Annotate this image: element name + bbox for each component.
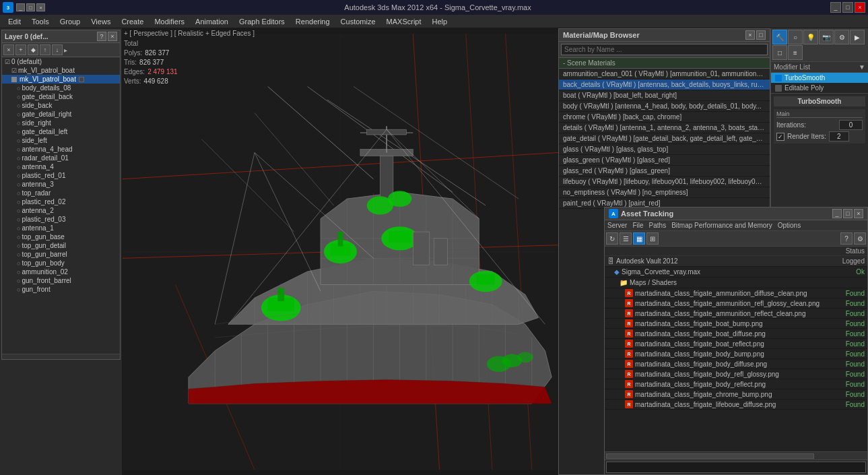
at-file-row[interactable]: R martadinata_class_frigate_boat_diffuse… xyxy=(605,329,867,339)
list-item[interactable]: ○gate_detail_back xyxy=(2,92,120,101)
at-filter-input[interactable] xyxy=(606,462,866,473)
mat-browser-close-btn[interactable]: × xyxy=(745,30,755,40)
menu-edit[interactable]: Edit xyxy=(3,16,26,27)
list-item[interactable]: ○side_left xyxy=(2,136,120,145)
mod-icon-camera[interactable]: 📷 xyxy=(819,30,834,44)
list-item[interactable]: ○plastic_red_01 xyxy=(2,171,120,180)
list-item[interactable]: ○antenna_3 xyxy=(2,180,120,189)
layer-tool-select[interactable]: ◆ xyxy=(28,44,38,55)
at-file-row[interactable]: R martadinata_class_frigate_body_bump.pn… xyxy=(605,349,867,359)
restore-sys-btn[interactable]: □ xyxy=(26,3,35,11)
at-file-row[interactable]: R martadinata_class_frigate_boat_bump.pn… xyxy=(605,319,867,329)
at-file-row[interactable]: R martadinata_class_frigate_ammunition_d… xyxy=(605,288,867,298)
mat-browser-maximize-btn[interactable]: □ xyxy=(756,30,766,40)
window-system-buttons[interactable]: _ □ × xyxy=(16,3,45,11)
mod-icon-hierarchy[interactable]: ⚙ xyxy=(834,30,849,44)
list-item[interactable]: ○top_gun_detail xyxy=(2,241,120,250)
list-item[interactable]: ○plastic_red_03 xyxy=(2,215,120,224)
at-file-row[interactable]: R martadinata_class_frigate_body_diffuse… xyxy=(605,359,867,369)
layer-list[interactable]: ☑ 0 (default) ☑ mk_VI_patrol_boat mk_VI_… xyxy=(2,57,120,354)
at-tool-tree[interactable]: ⊞ xyxy=(646,232,659,245)
layer-tool-more[interactable]: ▸ xyxy=(64,46,67,54)
mat-item[interactable]: gate_detail ( VRayMtl ) [gate_detail_bac… xyxy=(559,133,770,144)
mod-icon-light[interactable]: 💡 xyxy=(803,30,818,44)
layer-help-btn[interactable]: ? xyxy=(97,32,106,41)
list-item[interactable]: ○antenna_2 xyxy=(2,206,120,215)
list-item[interactable]: ○body_details_08 xyxy=(2,84,120,92)
at-menu-bitmap[interactable]: Bitmap Performance and Memory xyxy=(671,222,772,229)
list-item[interactable]: ☑ 0 (default) xyxy=(2,57,120,66)
list-item[interactable]: ☑ mk_VI_patrol_boat xyxy=(2,66,120,75)
mod-icon-display[interactable]: □ xyxy=(772,45,787,60)
at-file-row[interactable]: R martadinata_class_frigate_chrome_bump.… xyxy=(605,389,867,400)
at-hscrollbar[interactable] xyxy=(605,451,867,460)
list-item[interactable]: ○antenna_4_head xyxy=(2,145,120,154)
list-item[interactable]: ○gate_detail_left xyxy=(2,127,120,136)
at-menu-file[interactable]: File xyxy=(632,222,643,229)
list-item[interactable]: ○top_gun_base xyxy=(2,232,120,241)
at-maxfile-row[interactable]: ◆ Sigma_Corvette_vray.max Ok xyxy=(605,267,867,278)
menu-maxscript[interactable]: MAXScript xyxy=(381,16,427,27)
at-maps-folder-row[interactable]: 📁 Maps / Shaders xyxy=(605,278,867,288)
at-tool-refresh[interactable]: ↻ xyxy=(606,232,618,245)
list-item[interactable]: ○antenna_4 xyxy=(2,162,120,171)
menu-tools[interactable]: Tools xyxy=(26,16,55,27)
minimize-sys-btn[interactable]: _ xyxy=(16,3,25,11)
mod-icon-util[interactable]: ≡ xyxy=(788,45,803,60)
mod-render-iters-input[interactable] xyxy=(829,131,849,141)
mod-icon-hammer[interactable]: 🔨 xyxy=(772,30,787,44)
mat-item[interactable]: lifebuoy ( VRayMtl ) [lifebuoy, lifebuoy… xyxy=(559,177,770,187)
close-sys-btn[interactable]: × xyxy=(36,3,45,11)
mod-list-dropdown[interactable]: ▼ xyxy=(859,63,865,71)
win-close-btn[interactable]: × xyxy=(855,2,865,13)
mod-editable-poly-item[interactable]: Editable Poly xyxy=(771,83,868,93)
win-minimize-btn[interactable]: _ xyxy=(830,2,841,13)
menu-create[interactable]: Create xyxy=(116,16,149,27)
mat-search-input[interactable] xyxy=(561,44,768,55)
at-menu-paths[interactable]: Paths xyxy=(649,222,667,229)
mod-render-checkbox[interactable]: ✓ xyxy=(776,133,784,141)
menu-animation[interactable]: Animation xyxy=(190,16,234,27)
mat-item[interactable]: ammunition_clean_001 ( VRayMtl ) [ammuni… xyxy=(559,69,770,80)
mat-item[interactable]: boat ( VRayMtl ) [boat_left, boat_right] xyxy=(559,90,770,101)
layer-tool-move[interactable]: ↑ xyxy=(40,44,51,55)
list-item[interactable]: ○top_gun_body xyxy=(2,259,120,267)
at-maximize-btn[interactable]: □ xyxy=(843,209,853,218)
at-tool-grid-active[interactable]: ▦ xyxy=(633,232,645,245)
list-item[interactable]: ○gate_detail_right xyxy=(2,110,120,119)
at-minimize-btn[interactable]: _ xyxy=(832,209,842,218)
list-item[interactable]: ○antenna_1 xyxy=(2,224,120,232)
mat-item[interactable]: no_emptiness ( VRayMtl ) [no_emptiness] xyxy=(559,187,770,198)
at-file-row[interactable]: R martadinata_class_frigate_lifeboue_dif… xyxy=(605,400,867,410)
mod-turbsmooth-item[interactable]: TurboSmooth xyxy=(771,73,868,83)
at-tool-settings[interactable]: ⚙ xyxy=(854,232,866,245)
at-hscroll-thumb[interactable] xyxy=(606,453,814,459)
at-file-row[interactable]: R martadinata_class_frigate_ammunition_r… xyxy=(605,309,867,319)
at-tool-list[interactable]: ☰ xyxy=(620,232,632,245)
list-item[interactable]: ○gun_front xyxy=(2,285,120,294)
mat-item[interactable]: glass ( VRayMtl ) [glass, glass_top] xyxy=(559,144,770,155)
list-item[interactable]: ○gun_front_barrel xyxy=(2,276,120,285)
layer-tool-down[interactable]: ↓ xyxy=(52,44,63,55)
mod-icon-sphere[interactable]: ○ xyxy=(788,30,803,44)
mat-item[interactable]: details ( VRayMtl ) [antenna_1, antenna_… xyxy=(559,123,770,133)
menu-modifiers[interactable]: Modifiers xyxy=(149,16,190,27)
list-item[interactable]: ○top_gun_barrel xyxy=(2,250,120,259)
mat-item[interactable]: body ( VRayMtl ) [antenna_4_head, body, … xyxy=(559,101,770,112)
viewport[interactable]: + [ Perspective ] [ Realistic + Edged Fa… xyxy=(123,28,558,475)
list-item[interactable]: ○top_radar xyxy=(2,189,120,197)
menu-rendering[interactable]: Rendering xyxy=(290,16,335,27)
at-close-btn[interactable]: × xyxy=(854,209,863,218)
mod-icon-motion[interactable]: ▶ xyxy=(850,30,865,44)
asset-tree[interactable]: 🗄 Autodesk Vault 2012 Logged ◆ Sigma_Cor… xyxy=(605,256,867,451)
menu-group[interactable]: Group xyxy=(55,16,86,27)
list-item[interactable]: ○ammunition_02 xyxy=(2,267,120,276)
list-item[interactable]: ○side_back xyxy=(2,101,120,110)
at-file-row[interactable]: R martadinata_class_frigate_body_reflect… xyxy=(605,379,867,389)
win-maximize-btn[interactable]: □ xyxy=(842,2,853,13)
menu-customize[interactable]: Customize xyxy=(335,16,381,27)
at-tool-help[interactable]: ? xyxy=(840,232,853,245)
at-file-row[interactable]: R martadinata_class_frigate_boat_reflect… xyxy=(605,339,867,349)
layer-tool-delete[interactable]: × xyxy=(3,44,14,55)
at-file-row[interactable]: R martadinata_class_frigate_body_refl_gl… xyxy=(605,369,867,379)
